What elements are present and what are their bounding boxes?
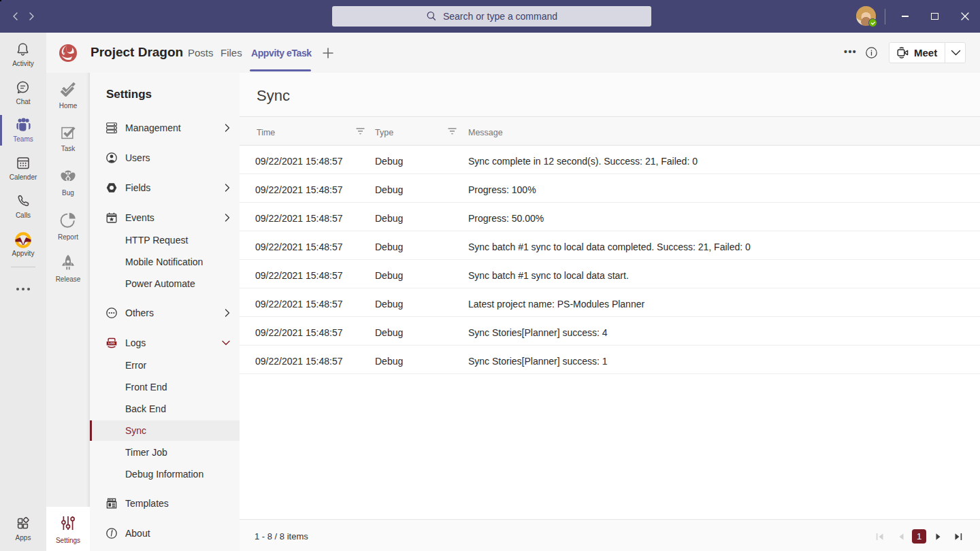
svg-text:LOG: LOG xyxy=(108,341,115,345)
